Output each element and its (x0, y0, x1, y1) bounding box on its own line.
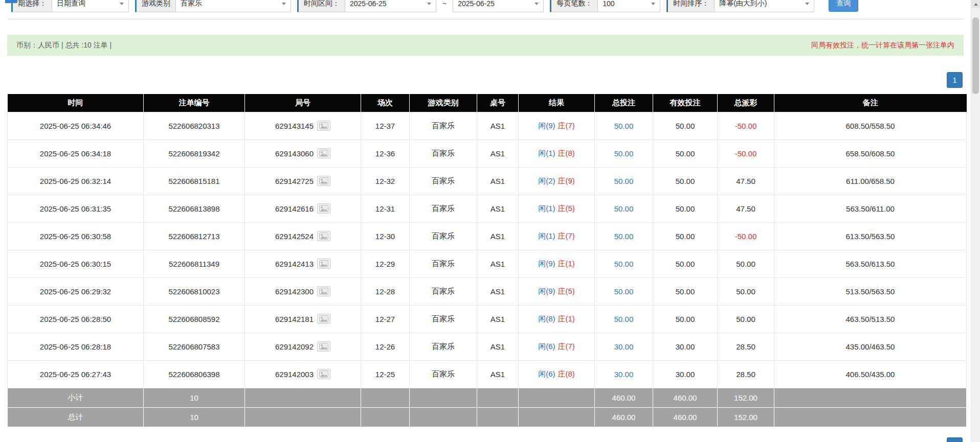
cell-total-bet: 30.00 (595, 333, 653, 360)
page-content: 期选择： 日期查询 游戏类别 百家乐 时间区间： 2025-06-25 (0, 0, 971, 442)
chevron-down-icon (805, 3, 809, 5)
cell-time: 2025-06-25 06:29:32 (8, 277, 144, 305)
total-bet-link[interactable]: 30.00 (614, 370, 634, 379)
cell-bet-number: 522606813898 (144, 195, 245, 222)
cell-result: 闲(6)庄(8) (519, 360, 595, 388)
bet-table-header-row: 时间注单编号局号场次游戏类别桌号结果总投注有效投注总派彩备注 (8, 94, 967, 112)
cell-total-bet: 50.00 (595, 195, 653, 222)
cell-payout: 47.50 (718, 195, 774, 222)
round-result-icon[interactable] (317, 286, 330, 296)
page-size-label: 每页笔数： (550, 0, 598, 12)
cell-remark: 563.50/611.00 (774, 195, 967, 222)
cell-game-type: 百家乐 (410, 305, 477, 333)
cell-payout: 28.50 (718, 360, 774, 388)
banker-result: 庄(7) (558, 231, 575, 240)
total-bet-link[interactable]: 50.00 (614, 177, 634, 185)
cell-bet-number: 522606820313 (144, 112, 245, 139)
cell-session: 12-31 (361, 195, 410, 222)
date-from-select[interactable]: 2025-06-25 (345, 0, 436, 12)
cell-table-number: AS1 (477, 222, 519, 250)
scrollbar-thumb[interactable] (972, 17, 979, 94)
search-button[interactable]: 查询 (829, 0, 858, 12)
round-number: 629142300 (275, 287, 314, 296)
cell-payout: -50.00 (718, 112, 774, 139)
summary-empty-cell (519, 407, 595, 427)
cell-result: 闲(2)庄(9) (519, 167, 595, 195)
round-result-icon[interactable] (317, 369, 330, 379)
cell-total-bet: 50.00 (595, 250, 653, 277)
summary-payout: 152.00 (718, 388, 774, 407)
cell-valid-bet: 50.00 (653, 222, 718, 250)
summary-valid-bet: 460.00 (653, 407, 718, 427)
round-result-icon[interactable] (317, 148, 330, 158)
round-number: 629142725 (275, 177, 314, 185)
cell-time: 2025-06-25 06:32:14 (8, 167, 144, 195)
sort-select[interactable]: 降幂(由大到小) (715, 0, 814, 12)
total-bet-link[interactable]: 50.00 (614, 204, 634, 213)
cell-valid-bet: 50.00 (653, 305, 718, 333)
player-result: 闲(1) (538, 149, 555, 157)
player-result: 闲(8) (538, 314, 555, 323)
notice-text: 同局有效投注，统一计算在该局第一张注单内 (811, 41, 954, 50)
cell-result: 闲(6)庄(7) (519, 333, 595, 360)
round-number: 629142616 (275, 204, 314, 213)
cell-game-type: 百家乐 (410, 222, 477, 250)
column-header: 结果 (519, 94, 595, 112)
cell-remark: 463.50/513.50 (774, 305, 967, 333)
cell-game-type: 百家乐 (410, 167, 477, 195)
table-row: 2025-06-25 06:31:35522606813898629142616… (8, 195, 967, 222)
total-bet-link[interactable]: 50.00 (614, 122, 634, 130)
round-result-icon[interactable] (317, 231, 330, 241)
round-result-icon[interactable] (317, 176, 330, 186)
bet-table-footer: 小计10460.00460.00152.00总计10460.00460.0015… (8, 388, 967, 427)
page-1-button[interactable]: 1 (947, 72, 963, 88)
player-result: 闲(6) (538, 369, 555, 378)
cell-result: 闲(9)庄(7) (519, 112, 595, 139)
cell-session: 12-29 (361, 250, 410, 277)
date-to-select[interactable]: 2025-06-25 (453, 0, 544, 12)
sort-label: 时间排序： (666, 0, 715, 12)
column-header: 时间 (8, 94, 144, 112)
cell-session: 12-27 (361, 305, 410, 333)
cell-session: 12-36 (361, 139, 410, 167)
total-bet-link[interactable]: 50.00 (614, 287, 634, 296)
period-select[interactable]: 日期查询 (52, 0, 129, 12)
page-1-button[interactable]: 1 (947, 437, 963, 442)
cell-payout: 50.00 (718, 250, 774, 277)
round-result-icon[interactable] (317, 259, 330, 269)
cell-payout: 50.00 (718, 277, 774, 305)
total-bet-link[interactable]: 50.00 (614, 149, 634, 158)
cell-result: 闲(1)庄(7) (519, 222, 595, 250)
summary-empty-cell (410, 388, 477, 407)
summary-label: 总计 (8, 407, 144, 427)
cell-round-number: 629142413 (245, 250, 361, 277)
player-result: 闲(1) (538, 204, 555, 213)
total-bet-link[interactable]: 50.00 (614, 315, 634, 323)
round-result-icon[interactable] (317, 341, 330, 352)
game-type-select[interactable]: 百家乐 (176, 0, 291, 12)
round-result-icon[interactable] (317, 121, 330, 131)
filter-bar: 期选择： 日期查询 游戏类别 百家乐 时间区间： 2025-06-25 (11, 0, 964, 12)
scrollbar-up-button[interactable] (971, 0, 980, 8)
round-result-icon[interactable] (317, 314, 330, 324)
cell-time: 2025-06-25 06:34:18 (8, 139, 144, 167)
column-header: 有效投注 (653, 94, 718, 112)
summary-empty-cell (361, 388, 410, 407)
total-bet-link[interactable]: 30.00 (614, 342, 634, 351)
summary-empty-cell (477, 388, 519, 407)
total-bet-link[interactable]: 50.00 (614, 260, 634, 268)
page-size-select-value: 100 (603, 0, 614, 8)
cell-bet-number: 522606811349 (144, 250, 245, 277)
filter-group-time-range: 时间区间： 2025-06-25 ~ 2025-06-25 (297, 0, 544, 12)
chevron-down-icon (120, 3, 124, 5)
cell-time: 2025-06-25 06:28:18 (8, 333, 144, 360)
page-size-select[interactable]: 100 (598, 0, 660, 12)
round-result-icon[interactable] (317, 203, 330, 214)
column-header: 局号 (245, 94, 361, 112)
cell-game-type: 百家乐 (410, 195, 477, 222)
total-bet-link[interactable]: 50.00 (614, 232, 634, 241)
cell-remark: 608.50/558.50 (774, 112, 967, 139)
cell-game-type: 百家乐 (410, 333, 477, 360)
cell-payout: 28.50 (718, 333, 774, 360)
column-header: 总投注 (595, 94, 653, 112)
